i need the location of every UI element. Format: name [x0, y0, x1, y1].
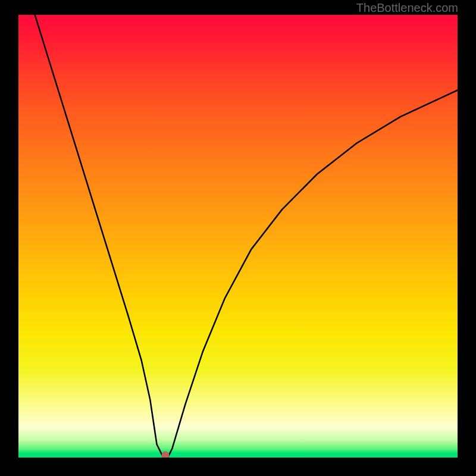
minimum-point-marker	[162, 452, 170, 458]
bottleneck-curve	[18, 15, 458, 458]
watermark-text: TheBottleneck.com	[356, 1, 458, 15]
chart-curve-svg	[18, 15, 458, 458]
chart-plot-area	[18, 15, 458, 458]
